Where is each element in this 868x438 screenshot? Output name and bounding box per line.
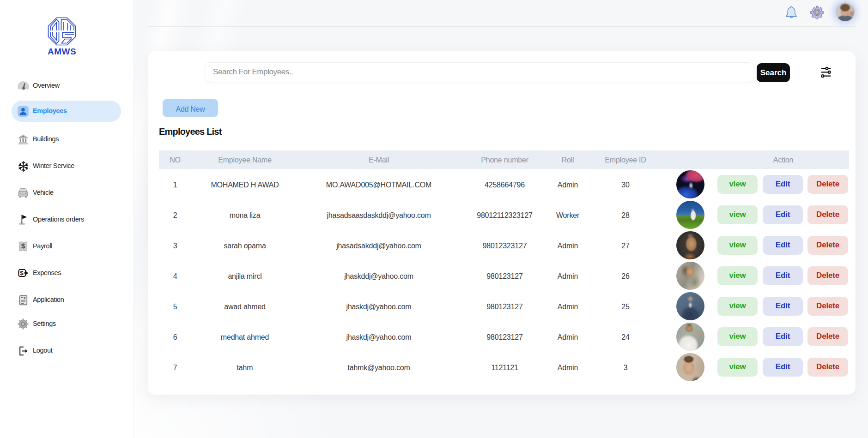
svg-text:$: $ bbox=[20, 270, 24, 276]
svg-text:$: $ bbox=[21, 242, 25, 250]
